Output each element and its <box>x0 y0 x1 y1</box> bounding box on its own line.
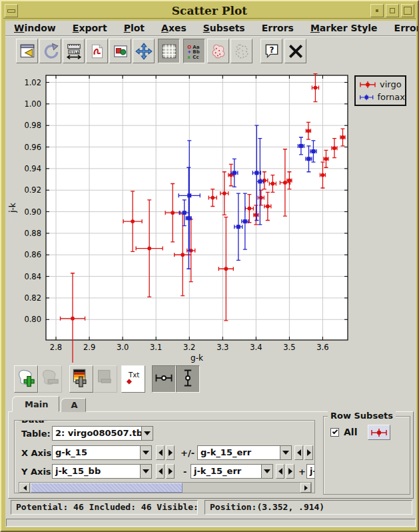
scatter-plot-canvas[interactable]: 2.82.93.03.13.23.33.43.53.60.800.820.840… <box>5 65 416 363</box>
help-button[interactable]: ? <box>260 39 282 63</box>
svg-text:x: x <box>187 53 191 59</box>
scroll-left-button[interactable] <box>19 483 30 493</box>
table-select[interactable]: 2: virgo080507.tbl <box>52 426 153 441</box>
tab-panel: Data Table: 2: virgo080507.tbl X Axis: g… <box>8 411 414 499</box>
restore-button[interactable] <box>386 4 399 17</box>
legend-entry-virgo: virgo <box>359 79 405 89</box>
maximize-button[interactable] <box>401 4 414 17</box>
y-plus-error-select-value: j- <box>307 465 315 478</box>
x-axis-label: X Axis: <box>21 448 55 458</box>
y-axis-select[interactable]: j-k_15_bb <box>52 464 152 479</box>
rescale-button[interactable] <box>133 39 155 63</box>
svg-text:0.90: 0.90 <box>24 207 41 217</box>
x-axis-select-value: g-k_15 <box>53 446 140 459</box>
status-position: Position:(3.352, .914) <box>205 500 412 515</box>
menu-marker-style[interactable]: Marker Style <box>310 23 378 33</box>
x-axis-next-button[interactable] <box>166 445 175 460</box>
y-errors-button[interactable] <box>176 365 200 393</box>
split-window-button[interactable] <box>16 39 38 63</box>
help-icon: ? <box>263 43 280 60</box>
svg-text:0.88: 0.88 <box>24 229 41 238</box>
menu-subsets[interactable]: Subsets <box>203 23 245 33</box>
region-subset-icon <box>233 43 250 60</box>
minimize-icon <box>376 9 378 12</box>
all-subset-checkbox[interactable] <box>330 428 339 437</box>
svg-text:2.8: 2.8 <box>50 343 62 352</box>
legend-style-button[interactable]: OAa+BbxCc <box>183 39 205 63</box>
data-panel-scrollbar[interactable] <box>19 482 312 493</box>
export-image-button[interactable] <box>109 39 131 63</box>
y-error-select[interactable]: j-k_15_err <box>191 464 273 479</box>
dropdown-arrow-icon <box>261 465 272 478</box>
annotate-text-button[interactable]: Txt <box>121 365 145 393</box>
remove-dataset-icon <box>40 368 60 390</box>
checkmark-icon <box>332 429 337 434</box>
svg-text:j-k: j-k <box>8 203 17 213</box>
grid-button[interactable] <box>158 39 180 63</box>
svg-text:3.4: 3.4 <box>250 343 262 352</box>
x-error-select-value: g-k_15_err <box>198 446 280 459</box>
minimize-button[interactable] <box>370 4 384 17</box>
y-axis-next-button[interactable] <box>166 464 175 479</box>
menu-export[interactable]: Export <box>73 23 107 33</box>
tab-main[interactable]: Main <box>12 396 59 412</box>
svg-text:?: ? <box>269 45 274 54</box>
maximize-icon <box>404 7 412 15</box>
close-window-button[interactable] <box>284 39 306 63</box>
remove-dataset-button <box>38 365 62 393</box>
axis-edit-icon: TITLE <box>65 43 83 60</box>
y-axis-spinner <box>156 464 175 479</box>
scatter-plot-window: Scatter Plot WindowExportPlotAxesSubsets… <box>0 0 419 532</box>
menu-axes[interactable]: Axes <box>161 23 187 33</box>
menubar: WindowExportPlotAxesSubsetsErrorsMarker … <box>5 21 416 37</box>
blob-subset-button[interactable] <box>207 39 229 63</box>
dropdown-arrow-icon <box>280 446 291 459</box>
replot-button[interactable] <box>39 39 61 63</box>
scrollbar-thumb[interactable] <box>31 483 183 493</box>
plot-legend: virgofornax <box>354 75 406 106</box>
add-aux-axis-button[interactable] <box>69 365 93 393</box>
y-minus-label: - <box>183 467 187 477</box>
svg-text:0.94: 0.94 <box>24 164 41 173</box>
svg-text:3.6: 3.6 <box>316 343 328 352</box>
x-errors-icon <box>154 368 174 390</box>
x-axis-prev-button[interactable] <box>156 445 165 460</box>
menu-window[interactable]: Window <box>14 23 56 33</box>
svg-text:TITLE: TITLE <box>69 49 79 53</box>
x-error-next-button[interactable] <box>304 445 313 460</box>
svg-text:0.82: 0.82 <box>24 293 41 303</box>
titlebar[interactable]: Scatter Plot <box>3 3 416 19</box>
svg-text:0.92: 0.92 <box>24 185 41 195</box>
restore-icon <box>390 8 395 13</box>
table-label: Table: <box>21 429 51 439</box>
plot-controls: Txt <box>5 365 416 394</box>
left-arrow-icon <box>278 468 282 475</box>
y-error-select-value: j-k_15_err <box>191 465 261 478</box>
region-subset-button[interactable] <box>230 39 252 63</box>
y-axis-prev-button[interactable] <box>156 464 165 479</box>
x-error-spinner <box>294 445 313 460</box>
y-plus-error-select[interactable]: j- <box>306 464 315 479</box>
left-arrow-icon <box>159 468 163 475</box>
x-axis-select[interactable]: g-k_15 <box>52 445 152 460</box>
scroll-right-button[interactable] <box>300 483 311 493</box>
legend-entry-fornax: fornax <box>359 92 405 102</box>
menu-errors[interactable]: Errors <box>262 23 294 33</box>
x-error-prev-button[interactable] <box>294 445 303 460</box>
menu-error-style[interactable]: Error Style <box>394 23 419 33</box>
x-errors-button[interactable] <box>152 365 176 393</box>
y-error-prev-button[interactable] <box>276 464 284 479</box>
left-arrow-icon <box>23 485 27 491</box>
right-arrow-icon <box>169 449 173 456</box>
add-dataset-button[interactable] <box>14 365 38 393</box>
x-error-select[interactable]: g-k_15_err <box>197 445 292 460</box>
data-groupbox: Data Table: 2: virgo080507.tbl X Axis: g… <box>14 420 315 493</box>
legend-label: virgo <box>380 79 402 89</box>
axis-edit-button[interactable]: TITLE <box>63 39 85 63</box>
subset-marker-style-button[interactable] <box>368 425 390 440</box>
y-error-next-button[interactable] <box>286 464 294 479</box>
export-pdf-button[interactable] <box>86 39 108 63</box>
tab-a[interactable]: A <box>61 398 86 412</box>
menu-plot[interactable]: Plot <box>124 23 145 33</box>
dataset-tabs: Main A <box>12 396 86 412</box>
